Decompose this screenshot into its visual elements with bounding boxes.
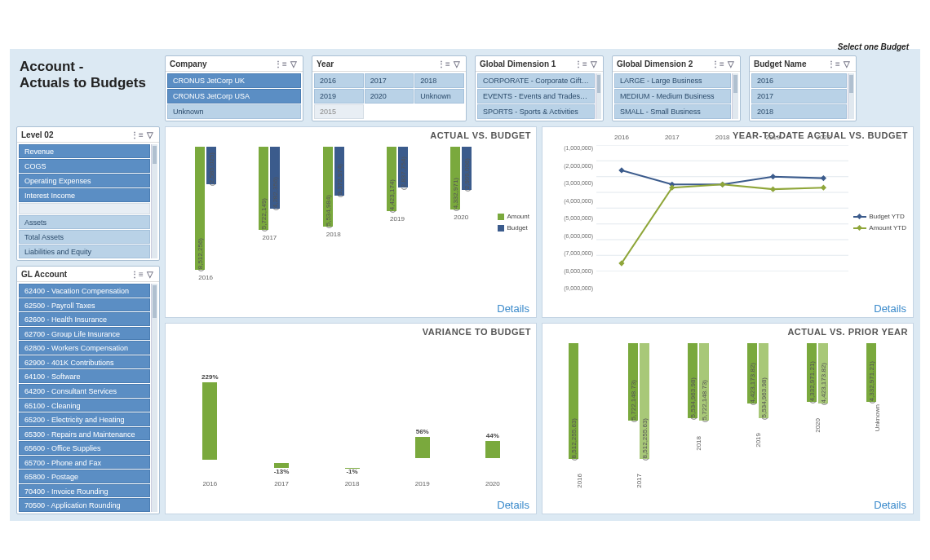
- slicer-level-02: Level 02 ⋮≡ ▽ Revenue COGS Operating Exp…: [16, 126, 160, 261]
- multiselect-icon[interactable]: ⋮≡: [576, 59, 586, 68]
- slicer-item[interactable]: 65800 - Postage: [19, 470, 150, 483]
- details-link[interactable]: Details: [497, 302, 529, 315]
- multiselect-icon[interactable]: ⋮≡: [439, 59, 449, 68]
- slicer-item[interactable]: 2018: [414, 73, 464, 88]
- slicer-item[interactable]: 2017: [365, 73, 414, 88]
- slicer-item[interactable]: Operating Expenses: [19, 174, 150, 187]
- slicer-item[interactable]: Revenue: [19, 144, 150, 158]
- slicer-item[interactable]: MEDIUM - Medium Business: [614, 89, 731, 104]
- slicer-header: Company ⋮≡ ▽: [166, 56, 303, 72]
- slicer-item[interactable]: 64200 - Consultant Services: [19, 384, 150, 398]
- slicer-item[interactable]: 64100 - Software: [19, 369, 150, 383]
- slicer-item[interactable]: 2016: [751, 73, 847, 88]
- slicer-item[interactable]: CORPORATE - Corporate Gift…: [477, 73, 595, 88]
- slicer-item[interactable]: 2016: [314, 73, 364, 88]
- multiselect-icon[interactable]: ⋮≡: [829, 59, 839, 68]
- multiselect-icon[interactable]: ⋮≡: [132, 269, 142, 279]
- filter-icon[interactable]: ▽: [145, 130, 155, 139]
- slicer-header: Global Dimension 1 ⋮≡ ▽: [476, 56, 603, 72]
- chart-actual-vs-prior-year: ACTUAL VS. PRIOR YEAR (8,512,255.63)2016…: [542, 323, 914, 514]
- svg-rect-12: [770, 174, 776, 179]
- chart-legend: Amount Budget: [496, 142, 531, 302]
- filter-icon[interactable]: ▽: [842, 59, 852, 68]
- slicer-item[interactable]: 2020: [365, 89, 414, 104]
- slicer-header: Global Dimension 2 ⋮≡ ▽: [613, 56, 740, 72]
- scrollbar[interactable]: [732, 73, 738, 119]
- svg-rect-17: [770, 186, 776, 192]
- details-link[interactable]: Details: [874, 302, 906, 315]
- slicer-item[interactable]: 70400 - Invoice Rounding: [19, 484, 150, 498]
- filter-icon[interactable]: ▽: [452, 59, 462, 68]
- slicer-global-dimension-2: Global Dimension 2 ⋮≡ ▽ LARGE - Large Bu…: [612, 55, 741, 121]
- slicer-item[interactable]: Interest Income: [19, 188, 150, 202]
- slicer-item[interactable]: Total Assets: [19, 230, 150, 244]
- slicer-item[interactable]: 65300 - Repairs and Maintenance: [19, 427, 150, 441]
- slicer-global-dimension-1: Global Dimension 1 ⋮≡ ▽ CORPORATE - Corp…: [475, 55, 604, 121]
- chart-title: ACTUAL VS. PRIOR YEAR: [547, 327, 908, 337]
- slicer-body: 62400 - Vacation Compensation62500 - Pay…: [17, 282, 159, 514]
- filter-icon[interactable]: ▽: [589, 59, 599, 68]
- slicer-header: GL Account ⋮≡ ▽: [17, 267, 159, 282]
- scrollbar[interactable]: [848, 73, 854, 119]
- slicer-item[interactable]: 65700 - Phone and Fax: [19, 456, 150, 470]
- slicer-item[interactable]: 62600 - Health Insurance: [19, 312, 150, 326]
- slicer-item[interactable]: 2019: [314, 89, 364, 104]
- slicer-item[interactable]: 65100 - Cleaning: [19, 399, 150, 412]
- dashboard: Account - Actuals to Budgets Select one …: [10, 49, 920, 521]
- slicer-gl-account: GL Account ⋮≡ ▽ 62400 - Vacation Compens…: [16, 266, 160, 514]
- slicer-body: Revenue COGS Operating Expenses Interest…: [17, 143, 159, 260]
- slicer-item[interactable]: 2018: [751, 104, 847, 119]
- top-slicers: Select one Budget Company ⋮≡ ▽ CRONUS Je…: [165, 55, 914, 121]
- slicer-item[interactable]: 65600 - Office Supplies: [19, 441, 150, 455]
- slicer-body: CORPORATE - Corporate Gift… EVENTS - Eve…: [476, 72, 603, 121]
- chart-actual-vs-budget: ACTUAL VS. BUDGET (8,512,256)(2,585,025)…: [165, 126, 537, 318]
- slicer-body: CRONUS JetCorp UK CRONUS JetCorp USA Unk…: [166, 72, 303, 121]
- slicer-item[interactable]: 62900 - 401K Contributions: [19, 355, 150, 369]
- slicer-item[interactable]: Unknown: [414, 89, 464, 104]
- slicer-item[interactable]: 70500 - Application Rounding: [19, 498, 150, 512]
- slicer-item[interactable]: CRONUS JetCorp USA: [167, 89, 301, 104]
- filter-icon[interactable]: ▽: [289, 59, 299, 68]
- multiselect-icon[interactable]: ⋮≡: [132, 130, 142, 139]
- slicer-item[interactable]: 2015: [314, 104, 364, 119]
- slicer-item[interactable]: 62800 - Workers Compensation: [19, 341, 150, 355]
- scrollbar[interactable]: [151, 284, 157, 512]
- slicer-item[interactable]: 62700 - Group Life Insurance: [19, 327, 150, 341]
- svg-rect-13: [821, 175, 826, 181]
- scrollbar[interactable]: [596, 73, 601, 119]
- chart-ytd-actual-vs-budget: YEAR-TO-DATE ACTUAL VS. BUDGET 201620172…: [542, 126, 914, 318]
- scrollbar[interactable]: [151, 144, 157, 258]
- charts-grid: ACTUAL VS. BUDGET (8,512,256)(2,585,025)…: [165, 126, 914, 514]
- details-link[interactable]: Details: [874, 499, 906, 511]
- filter-icon[interactable]: ▽: [726, 59, 736, 68]
- slicer-item[interactable]: 62500 - Payroll Taxes: [19, 298, 150, 312]
- slicer-item[interactable]: EVENTS - Events and Trades…: [477, 89, 595, 104]
- slicer-body: LARGE - Large Business MEDIUM - Medium B…: [613, 72, 740, 121]
- slicer-item[interactable]: [19, 203, 150, 214]
- chart-title: VARIANCE TO BUDGET: [170, 327, 531, 337]
- slicer-body: 2016 2017 2018: [750, 72, 856, 121]
- budget-note: Select one Budget: [838, 42, 909, 51]
- slicer-item[interactable]: CRONUS JetCorp UK: [167, 73, 301, 88]
- slicer-item[interactable]: Unknown: [167, 104, 301, 119]
- slicer-company: Company ⋮≡ ▽ CRONUS JetCorp UK CRONUS Je…: [165, 55, 303, 121]
- slicer-item[interactable]: 62400 - Vacation Compensation: [19, 284, 150, 298]
- slicer-item[interactable]: Assets: [19, 215, 150, 229]
- slicer-year: Year ⋮≡ ▽ 2016 2017 2018 2019 2020 Unkno…: [312, 55, 467, 121]
- slicer-item[interactable]: LARGE - Large Business: [614, 73, 731, 88]
- slicer-item[interactable]: SPORTS - Sports & Activities: [477, 104, 595, 119]
- details-link[interactable]: Details: [497, 499, 529, 511]
- chart-legend: Budget YTD Amount YTD: [852, 142, 908, 302]
- multiselect-icon[interactable]: ⋮≡: [276, 59, 286, 68]
- slicer-header: Budget Name ⋮≡ ▽: [750, 56, 856, 72]
- slicer-item[interactable]: 65200 - Electricity and Heating: [19, 412, 150, 426]
- multiselect-icon[interactable]: ⋮≡: [713, 59, 723, 68]
- filter-icon[interactable]: ▽: [145, 269, 155, 279]
- slicer-header: Level 02 ⋮≡ ▽: [17, 127, 159, 143]
- slicer-item[interactable]: SMALL - Small Business: [614, 104, 731, 119]
- slicer-item[interactable]: COGS: [19, 159, 150, 173]
- slicer-item[interactable]: 2017: [751, 89, 847, 104]
- chart-variance-to-budget: VARIANCE TO BUDGET 229%2016-13%2017-1%20…: [165, 323, 537, 514]
- slicer-header: Year ⋮≡ ▽: [312, 56, 466, 72]
- slicer-item[interactable]: Liabilities and Equity: [19, 245, 150, 258]
